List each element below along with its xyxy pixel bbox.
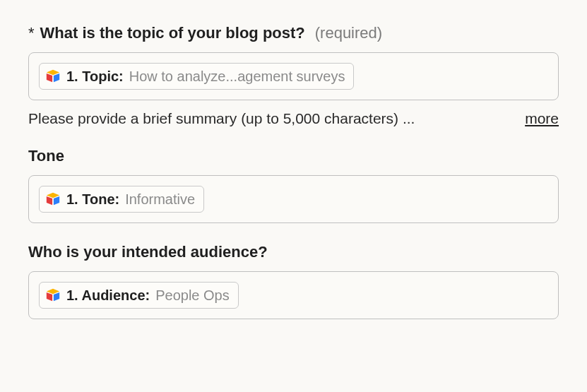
topic-token-label: 1. Topic: [66, 68, 124, 85]
svg-marker-7 [47, 292, 52, 301]
field-tone-input[interactable]: 1. Tone: Informative [28, 175, 559, 223]
audience-token[interactable]: 1. Audience: People Ops [39, 282, 239, 309]
field-topic-help-row: Please provide a brief summary (up to 5,… [28, 110, 559, 127]
topic-token-value: How to analyze...agement surveys [129, 68, 345, 85]
svg-marker-2 [54, 73, 59, 82]
tone-token-value: Informative [125, 191, 195, 208]
airtable-icon [45, 191, 61, 207]
field-topic: * What is the topic of your blog post? (… [28, 24, 559, 127]
field-audience-label: Who is your intended audience? [28, 243, 559, 261]
tone-token[interactable]: 1. Tone: Informative [39, 186, 204, 213]
svg-marker-8 [54, 292, 59, 301]
more-link[interactable]: more [525, 110, 559, 127]
field-audience-input[interactable]: 1. Audience: People Ops [28, 271, 559, 319]
field-tone-label: Tone [28, 147, 559, 165]
airtable-icon [45, 287, 61, 303]
audience-token-value: People Ops [155, 287, 230, 304]
field-topic-required: (required) [315, 24, 382, 42]
field-topic-label: What is the topic of your blog post? [40, 24, 305, 42]
svg-marker-4 [47, 196, 52, 205]
form-page: * What is the topic of your blog post? (… [0, 0, 587, 340]
field-audience: Who is your intended audience? 1. Audien… [28, 243, 559, 319]
field-tone: Tone 1. Tone: Informative [28, 147, 559, 223]
audience-token-label: 1. Audience: [66, 287, 150, 304]
airtable-icon [45, 69, 61, 84]
field-topic-input[interactable]: 1. Topic: How to analyze...agement surve… [28, 52, 559, 100]
svg-marker-1 [47, 73, 52, 82]
topic-token[interactable]: 1. Topic: How to analyze...agement surve… [39, 63, 354, 90]
svg-marker-5 [54, 196, 59, 205]
required-asterisk: * [28, 24, 35, 42]
field-topic-label-row: * What is the topic of your blog post? (… [28, 24, 559, 42]
tone-token-label: 1. Tone: [66, 191, 119, 208]
field-topic-help: Please provide a brief summary (up to 5,… [28, 110, 415, 127]
